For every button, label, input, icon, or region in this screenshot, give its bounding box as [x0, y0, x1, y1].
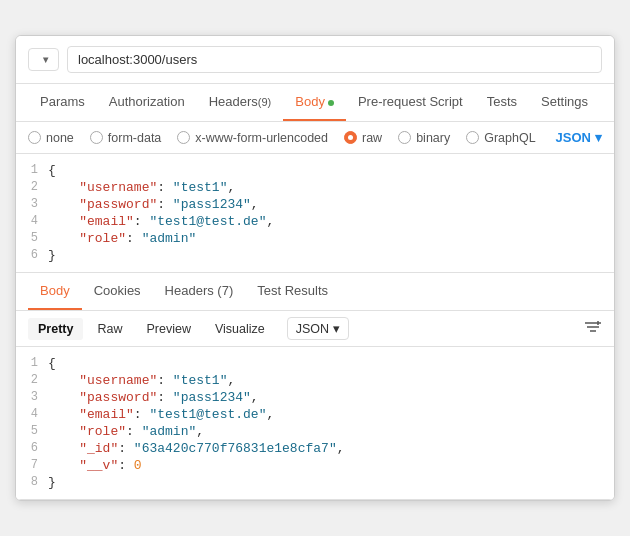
body-format-selector[interactable]: JSON▾ — [556, 130, 602, 145]
resp-code-line-7: 7 "__v": 0 — [16, 457, 614, 474]
radio-circle-none — [28, 131, 41, 144]
line-content: "password": "pass1234", — [48, 390, 259, 405]
top-nav-item-authorization[interactable]: Authorization — [97, 84, 197, 121]
line-content: } — [48, 248, 56, 263]
line-number: 6 — [16, 441, 48, 455]
response-format-pretty[interactable]: Pretty — [28, 318, 83, 340]
request-body-editor[interactable]: 1{2 "username": "test1",3 "password": "p… — [16, 154, 614, 273]
body-dot — [328, 100, 334, 106]
line-content: "email": "test1@test.de", — [48, 214, 274, 229]
body-option-none[interactable]: none — [28, 131, 74, 145]
top-nav-item-body[interactable]: Body — [283, 84, 346, 121]
line-content: } — [48, 475, 56, 490]
line-content: { — [48, 163, 56, 178]
code-line-5: 5 "role": "admin" — [16, 230, 614, 247]
body-option-binary[interactable]: binary — [398, 131, 450, 145]
line-content: { — [48, 356, 56, 371]
response-tab-test-results[interactable]: Test Results — [245, 273, 340, 310]
top-nav-item-pre-request-script[interactable]: Pre-request Script — [346, 84, 475, 121]
top-nav: ParamsAuthorizationHeaders(9)BodyPre-req… — [16, 84, 614, 122]
line-number: 4 — [16, 407, 48, 421]
line-content: "email": "test1@test.de", — [48, 407, 274, 422]
body-option-graphql[interactable]: GraphQL — [466, 131, 535, 145]
response-format-preview[interactable]: Preview — [136, 318, 200, 340]
line-number: 5 — [16, 424, 48, 438]
response-toolbar: PrettyRawPreviewVisualizeJSON▾ — [16, 311, 614, 347]
response-json-selector[interactable]: JSON▾ — [287, 317, 349, 340]
response-format-visualize[interactable]: Visualize — [205, 318, 275, 340]
method-selector[interactable]: ▾ — [28, 48, 59, 71]
line-content: "password": "pass1234", — [48, 197, 259, 212]
top-nav-item-tests[interactable]: Tests — [475, 84, 529, 121]
response-format-raw[interactable]: Raw — [87, 318, 132, 340]
body-option-raw[interactable]: raw — [344, 131, 382, 145]
url-bar: ▾ — [16, 36, 614, 84]
body-format-label: JSON — [556, 130, 591, 145]
resp-code-line-8: 8} — [16, 474, 614, 491]
code-line-1: 1{ — [16, 162, 614, 179]
body-options: noneform-datax-www-form-urlencodedrawbin… — [16, 122, 614, 154]
line-content: "username": "test1", — [48, 180, 235, 195]
line-number: 1 — [16, 163, 48, 177]
radio-circle-raw — [344, 131, 357, 144]
filter-icon[interactable] — [584, 319, 602, 339]
main-window: ▾ ParamsAuthorizationHeaders(9)BodyPre-r… — [15, 35, 615, 501]
resp-code-line-6: 6 "_id": "63a420c770f76831e1e8cfa7", — [16, 440, 614, 457]
top-nav-item-settings[interactable]: Settings — [529, 84, 600, 121]
line-content: "_id": "63a420c770f76831e1e8cfa7", — [48, 441, 345, 456]
response-section: BodyCookiesHeaders (7)Test Results Prett… — [16, 273, 614, 500]
line-number: 1 — [16, 356, 48, 370]
radio-circle-graphql — [466, 131, 479, 144]
response-tab-headers--7-[interactable]: Headers (7) — [153, 273, 246, 310]
code-line-3: 3 "password": "pass1234", — [16, 196, 614, 213]
body-option-urlencoded[interactable]: x-www-form-urlencoded — [177, 131, 328, 145]
line-number: 6 — [16, 248, 48, 262]
code-line-2: 2 "username": "test1", — [16, 179, 614, 196]
line-number: 7 — [16, 458, 48, 472]
line-number: 2 — [16, 180, 48, 194]
response-json-label: JSON — [296, 322, 329, 336]
radio-circle-form-data — [90, 131, 103, 144]
line-number: 2 — [16, 373, 48, 387]
line-content: "username": "test1", — [48, 373, 235, 388]
response-body: 1{2 "username": "test1",3 "password": "p… — [16, 347, 614, 500]
resp-code-line-3: 3 "password": "pass1234", — [16, 389, 614, 406]
top-nav-item-headers[interactable]: Headers(9) — [197, 84, 284, 121]
line-content: "role": "admin", — [48, 424, 204, 439]
response-tab-cookies[interactable]: Cookies — [82, 273, 153, 310]
code-line-6: 6} — [16, 247, 614, 264]
radio-circle-urlencoded — [177, 131, 190, 144]
line-content: "role": "admin" — [48, 231, 196, 246]
code-line-4: 4 "email": "test1@test.de", — [16, 213, 614, 230]
body-format-chevron-icon: ▾ — [595, 130, 602, 145]
resp-code-line-1: 1{ — [16, 355, 614, 372]
url-input[interactable] — [67, 46, 602, 73]
resp-code-line-2: 2 "username": "test1", — [16, 372, 614, 389]
line-number: 4 — [16, 214, 48, 228]
badge: (9) — [258, 96, 271, 108]
response-json-chevron-icon: ▾ — [333, 321, 340, 336]
body-option-form-data[interactable]: form-data — [90, 131, 162, 145]
method-chevron-icon: ▾ — [43, 54, 48, 65]
resp-code-line-4: 4 "email": "test1@test.de", — [16, 406, 614, 423]
line-number: 5 — [16, 231, 48, 245]
line-number: 8 — [16, 475, 48, 489]
line-content: "__v": 0 — [48, 458, 142, 473]
response-tabs: BodyCookiesHeaders (7)Test Results — [16, 273, 614, 311]
response-tab-body[interactable]: Body — [28, 273, 82, 310]
line-number: 3 — [16, 390, 48, 404]
resp-code-line-5: 5 "role": "admin", — [16, 423, 614, 440]
line-number: 3 — [16, 197, 48, 211]
top-nav-item-params[interactable]: Params — [28, 84, 97, 121]
radio-circle-binary — [398, 131, 411, 144]
